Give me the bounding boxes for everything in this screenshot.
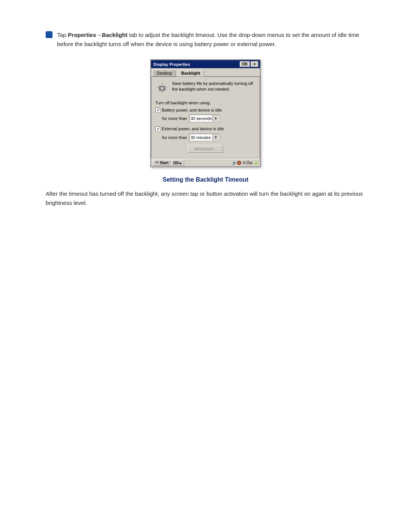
section-title: Turn off backlight when using: [155,101,256,105]
external-dropdown-arrow: ▼ [212,134,218,141]
svg-marker-1 [161,81,163,85]
bullet-text-before: Tap [57,32,68,38]
battery-label: Battery power, and device is idle [162,107,222,113]
tray-extra: 🔋 [254,161,258,165]
bullet-text: Tap Properties→Backlight tab to adjust t… [57,30,365,49]
dialog-title: Display Properties [153,62,190,67]
tab-backlight[interactable]: Backlight [177,70,204,77]
dialog-content: Save battery life by automatically turni… [151,76,260,158]
external-more-than-label: for more than [162,135,187,140]
external-checkbox[interactable] [155,126,160,131]
backlight-svg [155,81,169,94]
dialog-description: Save battery life by automatically turni… [172,81,256,93]
dialog-taskbar: 🏁 Start ⌨▲ 🔊🔕 4:15a 🔋 [151,158,260,166]
tray-icons: 🔊🔕 [232,161,241,165]
taskbar-tray: 🔊🔕 4:15a 🔋 [232,161,258,165]
battery-timeout-value: 30 seconds [190,116,212,121]
svg-marker-4 [165,87,168,88]
bullet-section: Tap Properties→Backlight tab to adjust t… [46,30,365,49]
tray-time: 4:15a [243,161,252,165]
svg-marker-2 [161,91,163,94]
keyboard-button[interactable]: ⌨▲ [171,160,184,166]
close-button[interactable]: × [251,61,258,67]
external-checkbox-row: External power, and device is idle [155,126,256,132]
external-dropdown-row: for more than 30 minutes ▼ [162,134,256,141]
start-label: Start [160,161,169,165]
start-icon: 🏁 [155,161,159,165]
start-button[interactable]: 🏁 Start [153,160,170,166]
display-properties-dialog: Display Properties OK × Desktop Backligh… [150,59,261,167]
battery-checkbox[interactable] [155,108,160,113]
ok-button[interactable]: OK [240,61,250,67]
battery-checkbox-row: Battery power, and device is idle [155,107,256,113]
dialog-wrapper: Display Properties OK × Desktop Backligh… [46,59,365,167]
external-label: External power, and device is idle [162,126,224,132]
advanced-button[interactable]: Advanced... [188,145,223,153]
bullet-bold: Properties→Backlight [68,32,127,38]
battery-timeout-dropdown[interactable]: 30 seconds ▼ [189,115,220,122]
battery-more-than-label: for more than [162,116,187,121]
external-timeout-value: 30 minutes [190,135,212,140]
body-text: After the timeout has turned off the bac… [46,189,365,208]
backlight-icon [155,81,169,97]
section-heading: Setting the Backlight Timeout [46,176,365,183]
titlebar-buttons: OK × [240,61,258,67]
svg-point-5 [161,87,164,90]
external-timeout-dropdown[interactable]: 30 minutes ▼ [189,134,220,141]
svg-marker-3 [156,87,159,88]
dialog-tabs: Desktop Backlight [151,68,260,76]
tab-desktop[interactable]: Desktop [153,70,176,76]
dialog-top-row: Save battery life by automatically turni… [155,81,256,97]
bullet-icon [46,31,53,38]
dialog-titlebar: Display Properties OK × [151,60,260,68]
battery-dropdown-row: for more than 30 seconds ▼ [162,115,256,122]
battery-dropdown-arrow: ▼ [212,115,218,121]
